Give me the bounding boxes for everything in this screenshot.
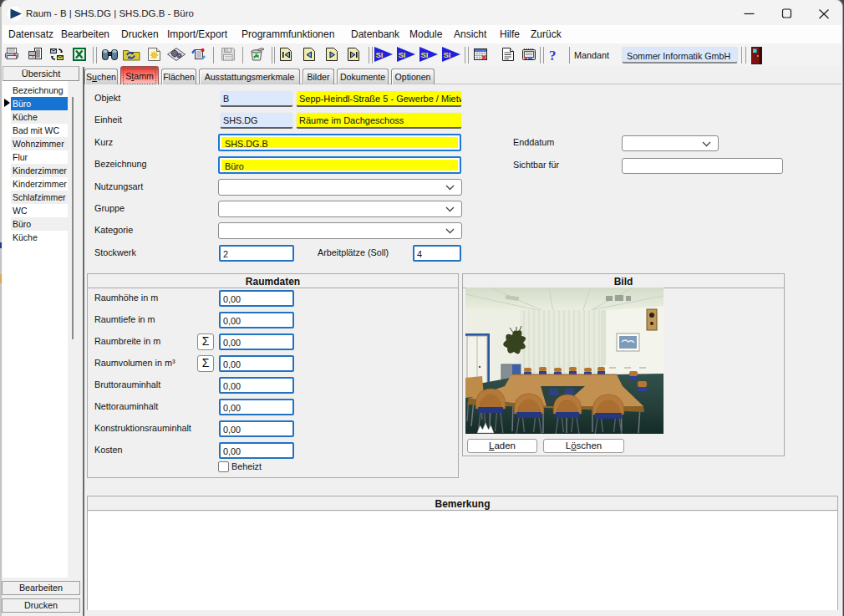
svg-text:SI: SI xyxy=(444,50,451,59)
svg-text:SI: SI xyxy=(376,50,384,59)
svg-text:SI: SI xyxy=(421,50,429,59)
svg-text:?: ? xyxy=(549,48,557,64)
svg-text:SI: SI xyxy=(399,50,406,59)
